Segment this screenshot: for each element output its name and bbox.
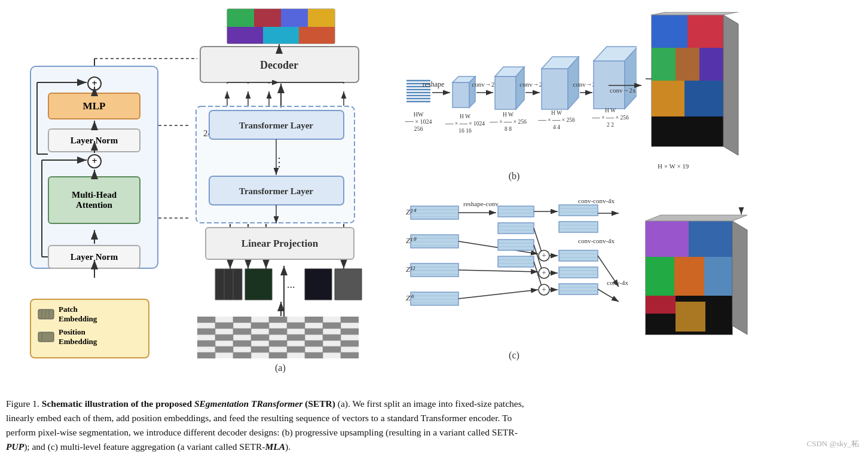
svg-rect-91 bbox=[323, 323, 341, 329]
svg-text:── × 1024: ── × 1024 bbox=[405, 118, 432, 125]
svg-rect-107 bbox=[251, 346, 269, 352]
svg-text:(b): (b) bbox=[509, 171, 520, 182]
part-a-label: (a) bbox=[275, 363, 286, 373]
svg-rect-254 bbox=[704, 257, 732, 296]
seg-image-b: H × W × 19 bbox=[646, 12, 750, 176]
svg-rect-211 bbox=[498, 256, 534, 267]
figure-label: Figure 1. bbox=[6, 398, 42, 409]
part-c: Z²⁴ Z¹⁸ Z¹² bbox=[404, 194, 655, 367]
svg-rect-169 bbox=[652, 116, 723, 146]
seg-image-c bbox=[643, 203, 753, 346]
svg-text:⋮: ⋮ bbox=[273, 155, 285, 168]
layer-norm-bottom: Layer Norm bbox=[48, 245, 140, 269]
svg-text:H × W × 19: H × W × 19 bbox=[658, 162, 689, 170]
svg-rect-90 bbox=[287, 323, 305, 329]
part-a: MLP Layer Norm Multi-HeadAttention Layer… bbox=[12, 6, 401, 376]
svg-text:conv-conv-4x: conv-conv-4x bbox=[578, 237, 615, 244]
seg-b-svg: H × W × 19 bbox=[646, 12, 750, 176]
svg-text:conv-conv-4x: conv-conv-4x bbox=[578, 197, 615, 204]
svg-marker-67 bbox=[335, 269, 362, 300]
svg-rect-192 bbox=[411, 292, 459, 305]
svg-text:H   W: H W bbox=[460, 114, 470, 119]
svg-text:+: + bbox=[542, 285, 546, 294]
svg-marker-259 bbox=[646, 215, 747, 221]
mlp-box: MLP bbox=[48, 93, 140, 119]
svg-text:conv→2x: conv→2x bbox=[472, 81, 498, 88]
svg-rect-84 bbox=[233, 317, 251, 323]
caption-bold: Schematic illustration of the proposed S… bbox=[42, 398, 335, 409]
svg-text:H   W: H W bbox=[605, 108, 616, 114]
layer-norm-bottom-label: Layer Norm bbox=[71, 252, 118, 262]
svg-text:Z²⁴: Z²⁴ bbox=[406, 207, 417, 216]
svg-rect-105 bbox=[341, 340, 359, 346]
svg-rect-34 bbox=[254, 9, 281, 27]
svg-rect-252 bbox=[646, 257, 674, 296]
svg-rect-4 bbox=[38, 332, 54, 342]
svg-text:+: + bbox=[542, 251, 546, 260]
svg-rect-106 bbox=[215, 346, 233, 352]
svg-rect-233 bbox=[559, 250, 598, 261]
svg-rect-96 bbox=[341, 329, 359, 335]
svg-rect-32 bbox=[227, 9, 335, 44]
svg-rect-35 bbox=[281, 9, 308, 27]
svg-text:24x: 24x bbox=[203, 128, 217, 138]
patch-embedding-label: PatchEmbedding bbox=[59, 305, 97, 324]
svg-rect-113 bbox=[305, 352, 323, 358]
svg-marker-64 bbox=[245, 269, 272, 300]
svg-rect-100 bbox=[323, 335, 341, 340]
svg-text:── × ── × 256: ── × ── × 256 bbox=[591, 115, 629, 121]
svg-rect-182 bbox=[411, 235, 459, 248]
svg-rect-39 bbox=[299, 27, 335, 44]
svg-text:Decoder: Decoder bbox=[260, 59, 298, 71]
svg-line-199 bbox=[459, 270, 538, 272]
seg-c-svg bbox=[643, 203, 753, 346]
caption-rest-5: ). bbox=[285, 441, 291, 452]
caption-area: Figure 1. Schematic illustration of the … bbox=[6, 397, 862, 454]
svg-rect-227 bbox=[559, 205, 598, 216]
svg-rect-256 bbox=[646, 296, 676, 314]
svg-text:HW: HW bbox=[414, 111, 424, 118]
svg-rect-167 bbox=[652, 81, 684, 116]
svg-rect-162 bbox=[652, 15, 687, 48]
svg-text:reshape-conv: reshape-conv bbox=[463, 200, 499, 207]
svg-rect-38 bbox=[263, 27, 299, 44]
embedding-box: PatchEmbedding PositionEmbedding bbox=[30, 299, 149, 358]
svg-rect-86 bbox=[305, 317, 323, 323]
svg-text:conv-4x: conv-4x bbox=[607, 279, 629, 286]
svg-rect-132 bbox=[495, 76, 516, 109]
svg-text:── × ── × 256: ── × ── × 256 bbox=[537, 117, 575, 123]
svg-rect-114 bbox=[341, 352, 359, 358]
svg-rect-30 bbox=[200, 47, 359, 82]
watermark: CSDN @sky_柘 bbox=[807, 438, 859, 449]
svg-text:256: 256 bbox=[414, 125, 423, 132]
svg-rect-250 bbox=[646, 221, 689, 257]
svg-text:Z¹⁸: Z¹⁸ bbox=[406, 236, 417, 245]
svg-rect-103 bbox=[269, 340, 287, 346]
mha-box: Multi-HeadAttention bbox=[48, 176, 140, 224]
svg-rect-95 bbox=[305, 329, 323, 335]
svg-marker-66 bbox=[305, 269, 332, 300]
svg-rect-44 bbox=[209, 111, 344, 139]
svg-rect-92 bbox=[197, 329, 215, 335]
svg-rect-97 bbox=[215, 335, 233, 340]
svg-rect-111 bbox=[233, 352, 251, 358]
svg-rect-168 bbox=[684, 81, 723, 116]
svg-rect-94 bbox=[269, 329, 287, 335]
svg-rect-253 bbox=[674, 257, 704, 296]
svg-line-200 bbox=[459, 290, 538, 299]
svg-text:(c): (c) bbox=[509, 350, 519, 361]
layer-norm-top-label: Layer Norm bbox=[71, 136, 118, 146]
add-symbol-mid: + bbox=[87, 154, 102, 168]
svg-rect-165 bbox=[676, 48, 699, 81]
svg-rect-163 bbox=[687, 15, 723, 48]
svg-marker-170 bbox=[723, 15, 738, 155]
caption-text: Figure 1. Schematic illustration of the … bbox=[6, 397, 862, 454]
svg-rect-102 bbox=[233, 340, 251, 346]
linear-projection-label: Linear Projection bbox=[242, 238, 318, 250]
mha-label: Multi-HeadAttention bbox=[72, 190, 117, 210]
svg-rect-83 bbox=[197, 317, 215, 323]
linear-projection-box: Linear Projection bbox=[205, 227, 354, 260]
svg-rect-0 bbox=[38, 309, 54, 319]
svg-rect-68 bbox=[197, 317, 359, 358]
svg-text:Z¹²: Z¹² bbox=[406, 265, 415, 274]
